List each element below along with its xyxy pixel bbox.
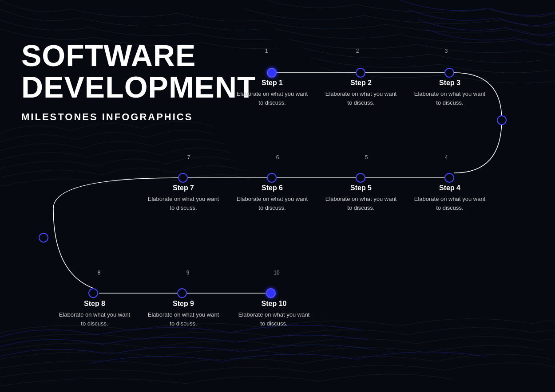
node-step-6: [267, 173, 277, 183]
node-curve-left: [39, 233, 48, 243]
infographic-container: SOFTWARE DEVELOPMENT MILESTONES INFOGRAP…: [0, 0, 555, 392]
node-step-1: [267, 68, 277, 78]
sub-title: MILESTONES INFOGRAPHICS: [21, 111, 256, 123]
node-step-7: [178, 173, 188, 183]
step-desc-9: Step 9 Elaborate on what you want to dis…: [146, 300, 221, 328]
step-info-10: 10: [250, 270, 303, 277]
step-info-8: 8: [72, 270, 126, 277]
step-desc-10: Step 10 Elaborate on what you want to di…: [236, 300, 312, 328]
step-info-1: 1: [240, 48, 293, 55]
step-desc-2: Step 2 Elaborate on what you want to dis…: [323, 79, 399, 107]
step-desc-1: Step 1 Elaborate on what you want to dis…: [234, 79, 310, 107]
node-step-4: [444, 173, 454, 183]
node-step-10: [266, 288, 276, 298]
step-desc-7: Step 7 Elaborate on what you want to dis…: [146, 184, 221, 212]
node-step-8: [88, 288, 98, 298]
node-step-2: [356, 68, 365, 78]
main-title: SOFTWARE DEVELOPMENT: [21, 40, 256, 103]
step-info-7: 7: [162, 154, 215, 162]
step-desc-5: Step 5 Elaborate on what you want to dis…: [323, 184, 399, 212]
step-info-4: 4: [420, 154, 473, 162]
node-curve-right: [497, 115, 507, 125]
node-step-3: [444, 68, 454, 78]
step-desc-4: Step 4 Elaborate on what you want to dis…: [412, 184, 488, 212]
step-info-6: 6: [251, 154, 304, 162]
step-desc-3: Step 3 Elaborate on what you want to dis…: [412, 79, 488, 107]
step-info-3: 3: [420, 48, 473, 55]
step-info-9: 9: [161, 270, 214, 277]
step-info-2: 2: [331, 48, 384, 55]
step-desc-6: Step 6 Elaborate on what you want to dis…: [234, 184, 310, 212]
node-step-5: [356, 173, 365, 183]
step-desc-8: Step 8 Elaborate on what you want to dis…: [57, 300, 132, 328]
node-step-9: [177, 288, 187, 298]
title-section: SOFTWARE DEVELOPMENT MILESTONES INFOGRAP…: [21, 40, 256, 123]
step-info-5: 5: [340, 154, 393, 162]
